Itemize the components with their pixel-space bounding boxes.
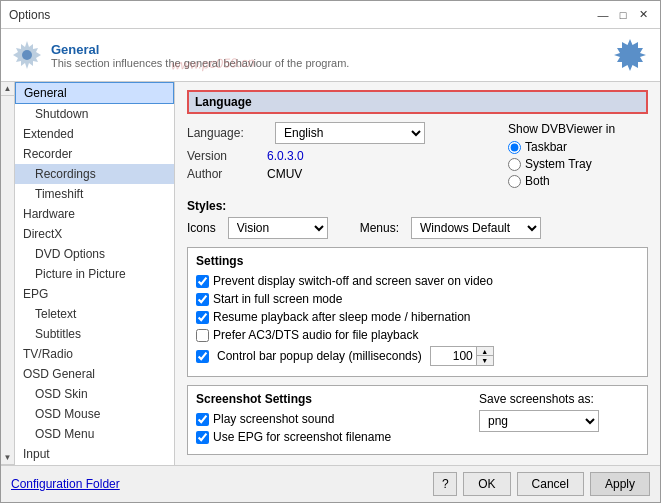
scroll-up-arrow[interactable]: ▲ (1, 82, 14, 96)
cancel-button[interactable]: Cancel (517, 472, 584, 496)
settings-title: Settings (196, 254, 639, 268)
header-info: General This section influences the gene… (51, 42, 349, 69)
sidebar-item-teletext[interactable]: Teletext (15, 304, 174, 324)
sidebar-group: ▲ ▼ General Shutdown Extended Recorder R… (1, 82, 175, 465)
icons-label: Icons (187, 221, 216, 235)
header-description: This section influences the general beha… (51, 57, 349, 69)
sidebar-item-general[interactable]: General (15, 82, 174, 104)
checkbox-resume-playback: Resume playback after sleep mode / hiber… (196, 310, 639, 324)
large-gear-icon (610, 35, 650, 75)
language-section-header: Language (187, 90, 648, 114)
sidebar-item-osd-mouse[interactable]: OSD Mouse (15, 404, 174, 424)
sidebar-item-hardware[interactable]: Hardware (15, 204, 174, 224)
config-folder-link[interactable]: Configuration Folder (11, 477, 120, 491)
header-section: General This section influences the gene… (1, 29, 660, 82)
sidebar-item-input[interactable]: Input (15, 444, 174, 464)
radio-both[interactable] (508, 175, 521, 188)
save-format-select[interactable]: png jpg bmp (479, 410, 599, 432)
checkbox-prevent-display-input[interactable] (196, 275, 209, 288)
sidebar-item-timeshift[interactable]: Timeshift (15, 184, 174, 204)
spin-buttons: ▲ ▼ (476, 347, 493, 365)
screenshot-section: Screenshot Settings Play screenshot soun… (196, 392, 639, 448)
sidebar-item-epg[interactable]: EPG (15, 284, 174, 304)
sidebar-item-shutdown[interactable]: Shutdown (15, 104, 174, 124)
checkbox-control-bar-input[interactable] (196, 350, 209, 363)
checkbox-prefer-ac3-label: Prefer AC3/DTS audio for file playback (213, 328, 418, 342)
author-label: Author (187, 167, 267, 181)
version-value: 6.0.3.0 (267, 149, 304, 163)
ok-button[interactable]: OK (463, 472, 510, 496)
content-panel: Language Language: English German French… (175, 82, 660, 465)
radio-system-tray[interactable] (508, 158, 521, 171)
window-title: Options (9, 8, 50, 22)
maximize-button[interactable]: □ (614, 6, 632, 24)
version-row: Version 6.0.3.0 (187, 149, 492, 163)
sidebar-item-extended[interactable]: Extended (15, 124, 174, 144)
minimize-button[interactable]: — (594, 6, 612, 24)
apply-button[interactable]: Apply (590, 472, 650, 496)
sidebar-item-osd-skin[interactable]: OSD Skin (15, 384, 174, 404)
delay-input-wrapper: ▲ ▼ (430, 346, 494, 366)
checkbox-prevent-display: Prevent display switch-off and screen sa… (196, 274, 639, 288)
radio-both-row: Both (508, 174, 648, 188)
checkbox-use-epg: Use EPG for screenshot filename (196, 430, 459, 444)
settings-box: Settings Prevent display switch-off and … (187, 247, 648, 377)
checkbox-prevent-display-label: Prevent display switch-off and screen sa… (213, 274, 493, 288)
sidebar-item-tv-radio[interactable]: TV/Radio (15, 344, 174, 364)
radio-both-label: Both (525, 174, 550, 188)
header-title: General (51, 42, 349, 57)
sidebar-item-osd-menu[interactable]: OSD Menu (15, 424, 174, 444)
checkbox-control-bar: Control bar popup delay (milliseconds) ▲… (196, 346, 639, 366)
spin-down-btn[interactable]: ▼ (477, 356, 493, 365)
sidebar-item-directx[interactable]: DirectX (15, 224, 174, 244)
styles-label: Styles: (187, 199, 648, 213)
language-form: Language: English German French Version … (187, 122, 492, 191)
radio-system-tray-row: System Tray (508, 157, 648, 171)
delay-input[interactable] (431, 347, 476, 365)
main-content: ▲ ▼ General Shutdown Extended Recorder R… (1, 82, 660, 465)
checkbox-fullscreen-input[interactable] (196, 293, 209, 306)
sidebar-item-recorder[interactable]: Recorder (15, 144, 174, 164)
sidebar-item-picture-in-picture[interactable]: Picture in Picture (15, 264, 174, 284)
sidebar-item-osd-general[interactable]: OSD General (15, 364, 174, 384)
sidebar: General Shutdown Extended Recorder Recor… (15, 82, 175, 465)
screenshot-right: Save screenshots as: png jpg bmp (479, 392, 639, 448)
author-row: Author CMUV (187, 167, 492, 181)
title-bar: Options — □ ✕ (1, 1, 660, 29)
checkbox-play-sound: Play screenshot sound (196, 412, 459, 426)
checkbox-play-sound-label: Play screenshot sound (213, 412, 334, 426)
checkbox-resume-playback-input[interactable] (196, 311, 209, 324)
radio-system-tray-label: System Tray (525, 157, 592, 171)
sidebar-item-recordings[interactable]: Recordings (15, 164, 174, 184)
menus-label: Menus: (360, 221, 399, 235)
checkbox-prefer-ac3-input[interactable] (196, 329, 209, 342)
close-button[interactable]: ✕ (634, 6, 652, 24)
menus-select[interactable]: Windows Default Office 2016 (411, 217, 541, 239)
radio-taskbar-label: Taskbar (525, 140, 567, 154)
author-value: CMUV (267, 167, 302, 181)
footer-left: Configuration Folder (11, 477, 120, 491)
radio-taskbar-row: Taskbar (508, 140, 648, 154)
save-screenshots-label: Save screenshots as: (479, 392, 639, 406)
language-select[interactable]: English German French (275, 122, 425, 144)
show-dvb-label: Show DVBViewer in (508, 122, 648, 136)
language-row: Language: English German French (187, 122, 492, 144)
radio-taskbar[interactable] (508, 141, 521, 154)
scroll-down-arrow[interactable]: ▼ (1, 451, 14, 465)
checkbox-prefer-ac3: Prefer AC3/DTS audio for file playback (196, 328, 639, 342)
screenshot-left: Screenshot Settings Play screenshot soun… (196, 392, 459, 448)
spin-up-btn[interactable]: ▲ (477, 347, 493, 356)
sidebar-item-dvd-options[interactable]: DVD Options (15, 244, 174, 264)
checkbox-fullscreen: Start in full screen mode (196, 292, 639, 306)
version-label: Version (187, 149, 267, 163)
title-bar-left: Options (9, 8, 50, 22)
help-button[interactable]: ? (433, 472, 457, 496)
icons-select[interactable]: Vision Classic (228, 217, 328, 239)
sidebar-item-subtitles[interactable]: Subtitles (15, 324, 174, 344)
options-window: Options — □ ✕ General This section influ… (0, 0, 661, 503)
checkbox-use-epg-input[interactable] (196, 431, 209, 444)
styles-section: Styles: Icons Vision Classic Menus: Wind… (187, 199, 648, 239)
checkbox-play-sound-input[interactable] (196, 413, 209, 426)
checkbox-use-epg-label: Use EPG for screenshot filename (213, 430, 391, 444)
scroll-arrows: ▲ ▼ (1, 82, 15, 465)
